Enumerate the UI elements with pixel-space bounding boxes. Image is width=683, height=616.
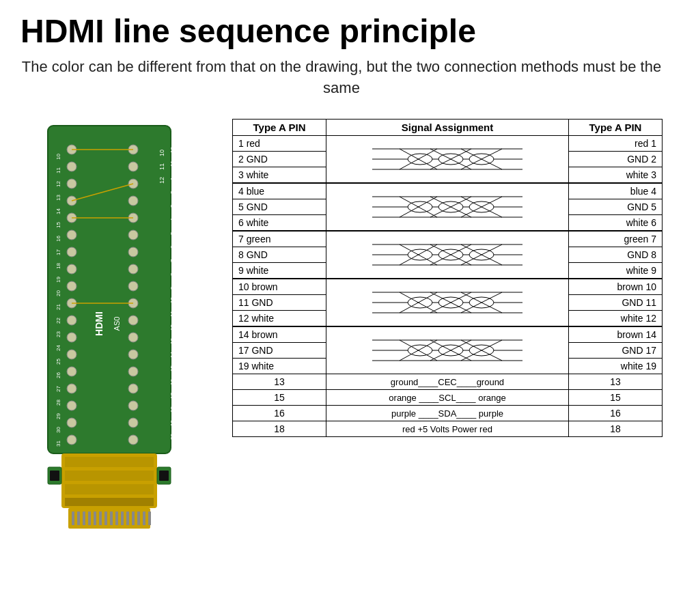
table-row: 15orange ____SCL____ orange15 — [233, 390, 663, 406]
signal-cell — [326, 279, 569, 326]
pcb-diagram: 10 11 12 10 11 12 13 14 15 16 17 18 19 2… — [20, 119, 212, 542]
svg-text:HDMI: HDMI — [94, 312, 104, 337]
svg-text:4: 4 — [169, 218, 176, 221]
svg-rect-0 — [48, 126, 171, 453]
left-pin-cell: 10 brown — [233, 279, 326, 295]
svg-text:17: 17 — [55, 249, 61, 255]
right-pin-cell: green 7 — [568, 231, 662, 247]
right-pin-cell: GND 5 — [568, 199, 662, 215]
svg-point-60 — [128, 418, 138, 428]
svg-rect-108 — [137, 512, 140, 525]
svg-text:10: 10 — [55, 154, 61, 160]
svg-text:16: 16 — [55, 236, 61, 242]
svg-text:3: 3 — [169, 204, 176, 208]
signal-text-cell: red +5 Volts Power red — [326, 421, 569, 437]
right-pin-cell: red 1 — [568, 136, 662, 152]
svg-rect-109 — [143, 512, 145, 525]
right-pin-cell: white 19 — [568, 359, 662, 374]
svg-text:11: 11 — [158, 163, 165, 170]
left-pin-cell: 15 — [233, 390, 326, 406]
svg-text:23: 23 — [55, 331, 61, 337]
svg-point-56 — [128, 350, 138, 359]
svg-text:24: 24 — [55, 345, 61, 351]
svg-text:16: 16 — [169, 379, 176, 385]
signal-text-cell: purple ____SDA____ purple — [326, 406, 569, 421]
right-pin-cell: 15 — [568, 390, 662, 406]
right-pin-cell: 18 — [568, 421, 662, 437]
svg-rect-110 — [148, 512, 151, 525]
svg-text:6: 6 — [169, 245, 176, 249]
svg-text:21: 21 — [55, 304, 61, 310]
right-pin-cell: brown 14 — [568, 326, 662, 343]
svg-text:19: 19 — [169, 420, 176, 426]
svg-text:27: 27 — [55, 386, 61, 392]
svg-text:28: 28 — [55, 400, 61, 406]
signal-cell — [326, 326, 569, 374]
signal-text-cell: orange ____SCL____ orange — [326, 390, 569, 406]
svg-rect-114 — [159, 471, 169, 481]
left-pin-cell: 12 white — [233, 311, 326, 327]
svg-rect-105 — [121, 512, 124, 525]
page-title: HDMI line sequence principle — [20, 14, 663, 50]
svg-rect-91 — [65, 457, 154, 467]
signal-cell — [326, 231, 569, 279]
right-pin-cell: white 3 — [568, 167, 662, 184]
svg-text:26: 26 — [55, 372, 61, 378]
svg-text:17: 17 — [169, 393, 176, 399]
svg-text:7: 7 — [169, 259, 176, 262]
right-pin-cell: 16 — [568, 406, 662, 421]
svg-text:25: 25 — [55, 359, 61, 365]
svg-rect-98 — [83, 512, 85, 525]
svg-text:5: 5 — [169, 232, 176, 235]
table-row: 1 red red 1 — [233, 136, 663, 152]
svg-text:14: 14 — [169, 352, 176, 358]
svg-point-41 — [67, 401, 76, 410]
svg-text:9: 9 — [169, 286, 176, 290]
left-pin-cell: 17 GND — [233, 343, 326, 359]
right-pin-cell: GND 2 — [568, 152, 662, 167]
svg-text:31: 31 — [55, 440, 61, 447]
table-row: 4 blue blue 4 — [233, 183, 663, 199]
svg-point-52 — [128, 281, 138, 291]
svg-text:12: 12 — [158, 177, 165, 184]
right-pin-cell: GND 17 — [568, 343, 662, 359]
left-pin-cell: 14 brown — [233, 326, 326, 343]
svg-point-54 — [128, 316, 138, 325]
svg-rect-102 — [104, 512, 107, 525]
right-pin-cell: GND 8 — [568, 247, 662, 263]
svg-text:29: 29 — [55, 413, 61, 419]
svg-rect-107 — [132, 512, 135, 525]
svg-point-34 — [67, 281, 76, 291]
svg-rect-104 — [115, 512, 118, 525]
svg-text:15: 15 — [169, 365, 176, 372]
svg-point-40 — [67, 384, 76, 393]
left-pin-cell: 8 GND — [233, 247, 326, 263]
svg-text:12: 12 — [55, 181, 61, 187]
left-pin-cell: 11 GND — [233, 295, 326, 311]
left-pin-cell: 9 white — [233, 263, 326, 279]
right-pin-cell: white 6 — [568, 215, 662, 232]
svg-text:20: 20 — [169, 434, 176, 440]
right-pin-cell: GND 11 — [568, 295, 662, 311]
subtitle-text: The color can be different from that on … — [20, 57, 663, 99]
svg-text:19: 19 — [55, 277, 61, 283]
signal-cell — [326, 136, 569, 184]
svg-point-32 — [67, 247, 76, 257]
right-pin-cell: 13 — [568, 374, 662, 390]
signal-text-cell: ground____CEC____ground — [326, 374, 569, 390]
svg-text:12: 12 — [169, 324, 176, 331]
table-row: 13ground____CEC____ground13 — [233, 374, 663, 390]
table-row: 18red +5 Volts Power red18 — [233, 421, 663, 437]
svg-rect-100 — [94, 512, 96, 525]
svg-rect-103 — [110, 512, 113, 525]
svg-text:20: 20 — [55, 290, 61, 296]
svg-point-42 — [67, 418, 76, 428]
left-pin-cell: 3 white — [233, 167, 326, 184]
svg-rect-106 — [126, 512, 129, 525]
col3-header: Type A PIN — [568, 120, 662, 136]
svg-point-49 — [128, 230, 138, 240]
svg-rect-94 — [65, 498, 154, 506]
svg-rect-92 — [65, 471, 154, 481]
col2-header: Signal Assignment — [326, 120, 569, 136]
col1-header: Type A PIN — [233, 120, 326, 136]
